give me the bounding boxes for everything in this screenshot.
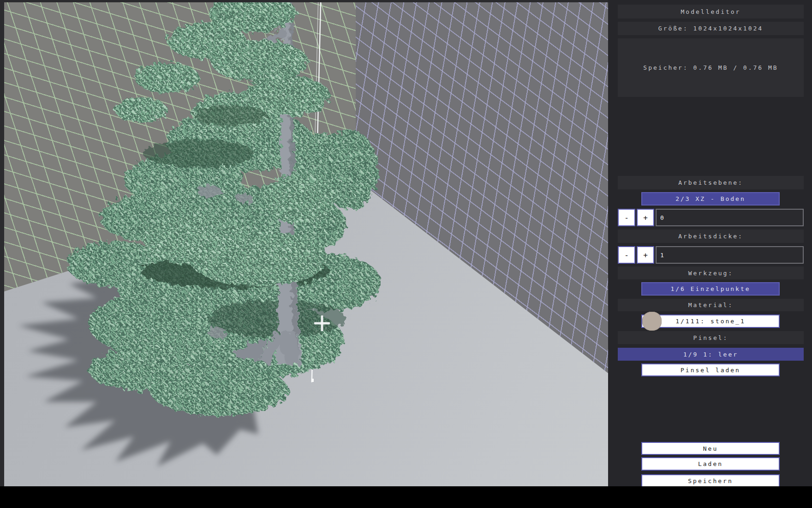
thickness-input[interactable]: 1 bbox=[656, 246, 804, 264]
brush-select-button[interactable]: 1/9 1: leer bbox=[618, 348, 804, 361]
page-title: Modelleditor bbox=[618, 5, 804, 18]
viewport-frame-top bbox=[0, 0, 608, 2]
work-thickness-label: Arbeitsdicke: bbox=[618, 230, 804, 243]
voxel-scene bbox=[0, 0, 608, 486]
material-select-button[interactable]: 1/111: stone_1 bbox=[641, 314, 780, 328]
brush-label: Pinsel: bbox=[618, 331, 804, 344]
viewport-frame-left bbox=[0, 0, 4, 486]
tool-label: Werkzeug: bbox=[618, 266, 804, 279]
material-label: Material: bbox=[618, 299, 804, 311]
tool-select-button[interactable]: 1/6 Einzelpunkte bbox=[641, 282, 780, 296]
memory-status: Speicher: 0.76 MB / 0.76 MB bbox=[618, 38, 804, 97]
3d-viewport-canvas[interactable] bbox=[0, 0, 608, 486]
model-size-status: Größe: 1024x1024x1024 bbox=[618, 22, 804, 35]
work-plane-button[interactable]: 2/3 XZ - Boden bbox=[641, 192, 780, 206]
bottom-letterbox bbox=[0, 486, 812, 508]
plane-position-input[interactable]: 0 bbox=[656, 209, 804, 226]
plane-position-plus-button[interactable]: + bbox=[637, 209, 654, 226]
brush-load-button[interactable]: Pinsel laden bbox=[641, 363, 780, 376]
save-button[interactable]: Speichern bbox=[641, 474, 780, 487]
plane-position-minus-button[interactable]: - bbox=[618, 209, 635, 226]
thickness-minus-button[interactable]: - bbox=[618, 246, 635, 264]
modelleditor-window: Modelleditor Größe: 1024x1024x1024 Speic… bbox=[0, 0, 812, 508]
new-button[interactable]: Neu bbox=[641, 442, 780, 455]
material-color-swatch[interactable] bbox=[642, 312, 662, 331]
editor-sidebar: Modelleditor Größe: 1024x1024x1024 Speic… bbox=[608, 0, 812, 486]
work-plane-label: Arbeitsebene: bbox=[618, 176, 804, 189]
thickness-plus-button[interactable]: + bbox=[637, 246, 654, 264]
load-button[interactable]: Laden bbox=[641, 457, 780, 471]
